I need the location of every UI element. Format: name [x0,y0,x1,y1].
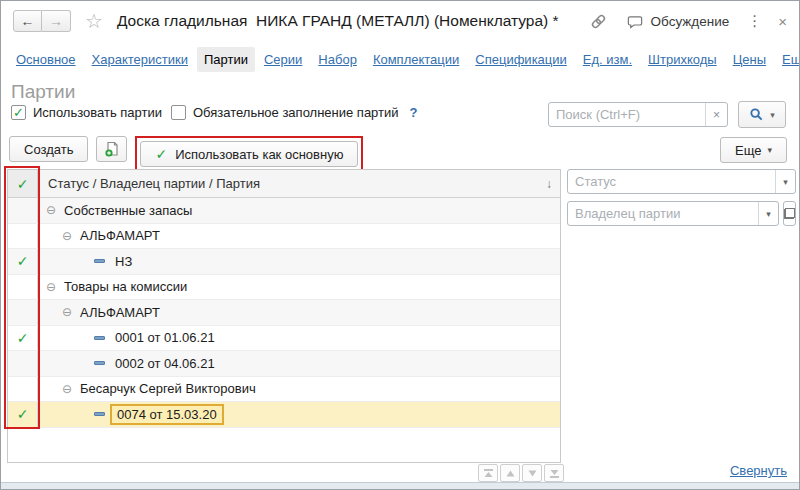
tab-specifications[interactable]: Спецификации [468,47,574,72]
row-label: АЛЬФАМАРТ [80,228,160,243]
tab-more[interactable]: Еще▾ [775,47,800,72]
row-check-cell [8,351,38,376]
window-header: ← → ☆ Доска гладильная НИКА ГРАНД (МЕТАЛ… [1,1,799,41]
row-check-cell: ✓ [8,249,38,274]
check-icon: ✓ [155,146,167,162]
row-label: Бесарчук Сергей Викторович [80,381,256,396]
page-title: Партии [11,81,75,103]
help-link[interactable]: ? [410,105,418,120]
row-label: 0074 от 15.03.20 [110,404,224,425]
row-check-cell: ✓ [8,402,38,427]
table-row[interactable]: ✓0001 от 01.06.21 [8,326,560,352]
window-title: Доска гладильная НИКА ГРАНД (МЕТАЛЛ) (Но… [117,12,559,30]
table-row[interactable]: 0002 от 04.06.21 [8,351,560,377]
checkbox-label: Обязательное заполнение партий [193,105,399,120]
check-icon: ✓ [17,177,29,191]
option-require-batches: Обязательное заполнение партий? [171,105,418,120]
search-input[interactable] [549,107,705,122]
collapse-icon[interactable]: ⊖ [62,230,72,242]
chevron-down-icon[interactable]: ▾ [775,170,795,193]
close-icon[interactable]: × [778,13,787,30]
checkbox-use-batches[interactable]: ✓ [11,105,26,120]
checkbox-label: Использовать партии [33,105,162,120]
batch-item-icon [94,361,105,365]
collapse-link[interactable]: Свернуть [730,463,787,478]
row-label: Собственные запасы [64,203,192,218]
row-label: АЛЬФАМАРТ [80,305,160,320]
forward-button[interactable]: → [42,10,71,32]
use-as-main-button[interactable]: ✓ Использовать как основную [140,141,358,167]
window-footer-strip [1,482,799,489]
header-label: Статус / Владелец партии / Партия [48,176,546,191]
collapse-icon[interactable]: ⊖ [46,281,56,293]
table-row[interactable]: ⊖Бесарчук Сергей Викторович [8,377,560,403]
table-row[interactable]: ⊖Товары на комиссии [8,275,560,301]
search-clear-icon[interactable]: × [705,103,727,126]
owner-filter-input[interactable] [568,206,758,221]
row-check-cell [8,275,38,300]
scroll-to-top-button[interactable] [478,464,498,482]
more-button-label: Еще [735,143,761,158]
tab-general[interactable]: Основное [9,47,83,72]
search-icon [749,107,764,122]
status-filter-input[interactable] [568,174,775,189]
check-icon: ✓ [17,254,29,268]
table-row[interactable]: ⊖АЛЬФАМАРТ [8,224,560,250]
list-toolbar: Создать ✓ Использовать как основную [9,136,363,172]
collapse-icon[interactable]: ⊖ [62,383,72,395]
scroll-down-button[interactable] [522,464,542,482]
tab-series[interactable]: Серии [257,47,309,72]
app-window: ← → ☆ Доска гладильная НИКА ГРАНД (МЕТАЛ… [0,0,800,490]
sort-desc-icon[interactable]: ↓ [546,177,552,191]
search-button[interactable]: ▾ [738,101,786,128]
row-label: Товары на комиссии [64,279,187,294]
chevron-down-icon: ▾ [770,110,775,120]
copy-document-icon [103,140,121,158]
table-row[interactable]: ✓0074 от 15.03.20 [8,402,560,428]
collapse-icon[interactable]: ⊖ [62,306,72,318]
table-header[interactable]: ✓ Статус / Владелец партии / Партия ↓ [8,170,560,198]
tab-set[interactable]: Набор [311,47,364,72]
options-row: ✓Использовать партииОбязательное заполне… [11,105,418,120]
scroll-up-button[interactable] [500,464,520,482]
use-as-main-label: Использовать как основную [175,147,343,162]
tab-kits[interactable]: Комплектации [366,47,466,72]
more-button[interactable]: Еще ▾ [720,137,787,163]
chevron-down-icon[interactable]: ▾ [758,202,778,225]
owner-filter: ▾ [567,201,779,226]
batch-item-icon [94,259,105,263]
link-icon[interactable] [589,12,608,31]
row-label: 0002 от 04.06.21 [115,356,215,371]
checkbox-require-batches[interactable] [171,105,186,120]
chevron-down-icon: ▾ [767,145,772,155]
back-button[interactable]: ← [13,10,42,32]
row-check-cell [8,300,38,325]
tab-barcodes[interactable]: Штрихкоды [641,47,724,72]
owner-open-button[interactable] [783,201,796,226]
create-button[interactable]: Создать [9,136,88,162]
discussion-button[interactable]: Обсуждение [626,13,730,30]
check-icon: ✓ [17,407,29,421]
batch-item-icon [94,336,105,340]
kebab-menu-icon[interactable]: ⋮ [747,12,762,30]
tab-units[interactable]: Ед. изм. [576,47,639,72]
row-check-cell [8,224,38,249]
row-check-cell: ✓ [8,326,38,351]
discussion-label: Обсуждение [651,14,730,29]
tab-prices[interactable]: Цены [726,47,773,72]
scroll-to-bottom-button[interactable] [544,464,564,482]
annotation-rect-button: ✓ Использовать как основную [135,136,363,172]
table-row[interactable]: ✓НЗ [8,249,560,275]
option-use-batches: ✓Использовать партии [11,105,162,120]
table-row[interactable]: ⊖Собственные запасы [8,198,560,224]
create-by-copy-button[interactable] [96,136,127,162]
favorite-star-icon[interactable]: ☆ [85,11,103,31]
table-body: ⊖Собственные запасы⊖АЛЬФАМАРТ✓НЗ⊖Товары … [8,198,560,462]
tab-batches[interactable]: Партии [197,47,255,72]
batches-table: ✓ Статус / Владелец партии / Партия ↓ ⊖С… [7,169,561,463]
table-row[interactable]: ⊖АЛЬФАМАРТ [8,300,560,326]
discussion-bubble-icon [626,13,644,30]
header-check-cell: ✓ [8,170,38,197]
collapse-icon[interactable]: ⊖ [46,204,56,216]
tab-characteristics[interactable]: Характеристики [85,47,195,72]
